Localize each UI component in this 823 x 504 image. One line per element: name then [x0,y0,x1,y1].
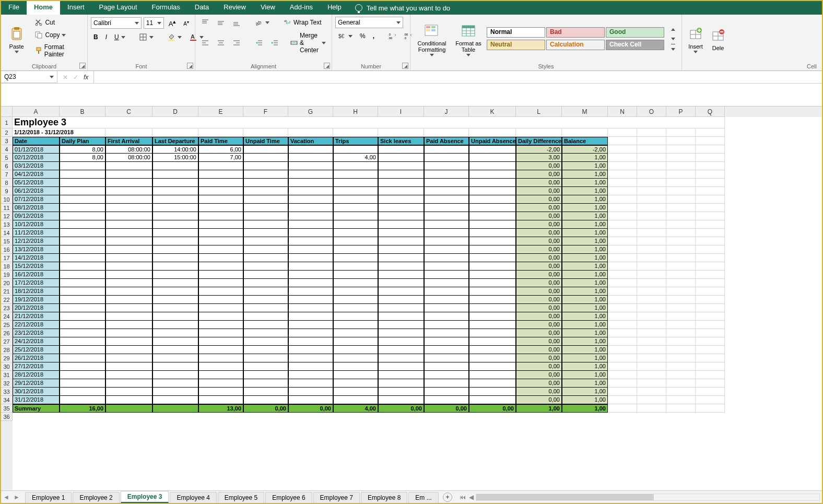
menu-tab-file[interactable]: File [1,1,27,15]
cell[interactable]: 1,00 [562,195,608,204]
cell[interactable]: 1,00 [562,304,608,312]
cell[interactable]: 0,00 [516,245,562,254]
row-header[interactable]: 23 [1,304,13,312]
wrap-text-button[interactable]: abWrap Text [280,17,324,28]
cell[interactable] [152,212,198,220]
font-launcher[interactable] [187,63,193,69]
cell[interactable] [198,329,243,337]
cell[interactable] [198,371,243,379]
cell[interactable]: 1,00 [562,279,608,287]
table-header[interactable]: Last Departure [152,137,198,145]
cell[interactable] [696,271,725,279]
styles-more-button[interactable] [668,42,678,54]
table-header[interactable]: Balance [562,137,608,145]
cell[interactable] [637,179,666,187]
cell[interactable]: 1,00 [562,154,608,162]
table-header[interactable]: Paid Absence [424,137,469,145]
cell[interactable] [424,271,469,279]
cell[interactable] [288,245,333,254]
cell[interactable] [333,396,378,404]
cell[interactable] [696,195,725,204]
cell[interactable] [288,354,333,362]
sheet-tab[interactable]: Employee 7 [313,492,360,503]
cell[interactable]: 1,00 [562,271,608,279]
cell[interactable] [288,287,333,296]
cell[interactable] [378,321,424,329]
cell[interactable] [378,145,424,154]
cell[interactable] [243,195,288,204]
increase-decimal-button[interactable]: .0.00 [385,30,399,42]
cell[interactable] [469,212,516,220]
cell[interactable] [608,237,637,245]
sheet-nav-prev[interactable]: ◄ [1,492,11,502]
cell[interactable] [666,145,696,154]
row-header[interactable]: 10 [1,195,13,204]
cell[interactable] [105,337,152,346]
cell[interactable] [333,162,378,170]
cell[interactable] [288,212,333,220]
cell[interactable] [333,296,378,304]
column-header-D[interactable]: D [152,107,198,117]
cell[interactable] [637,404,666,413]
cell[interactable] [105,195,152,204]
cell[interactable] [378,388,424,396]
cell[interactable] [424,346,469,354]
cell[interactable] [378,254,424,262]
cell[interactable] [152,254,198,262]
cell[interactable] [243,237,288,245]
cell[interactable] [469,304,516,312]
cell[interactable]: 0,00 [516,262,562,271]
cell[interactable] [608,321,637,329]
cell[interactable]: 22/12/2018 [13,321,60,329]
cell[interactable] [608,296,637,304]
increase-indent-button[interactable] [268,37,281,49]
cell[interactable] [243,162,288,170]
cell[interactable] [637,220,666,229]
cell[interactable]: 0,00 [516,212,562,220]
menu-tab-view[interactable]: View [253,1,283,15]
sheet-tab[interactable]: Employee 1 [25,492,72,503]
cell[interactable]: 1,00 [562,296,608,304]
column-header-E[interactable]: E [198,107,243,117]
cell[interactable]: 29/12/2018 [13,379,60,388]
cell[interactable] [333,187,378,195]
cell[interactable] [469,296,516,304]
cell[interactable] [469,396,516,404]
style-good[interactable]: Good [606,27,664,38]
cell[interactable]: 1,00 [562,237,608,245]
row-header[interactable]: 30 [1,362,13,371]
cell[interactable]: 1,00 [562,212,608,220]
cell[interactable] [696,154,725,162]
row-header[interactable]: 19 [1,271,13,279]
cell[interactable] [637,337,666,346]
cell[interactable] [608,379,637,388]
cell[interactable] [152,220,198,229]
cell[interactable]: 0,00 [516,396,562,404]
cell[interactable] [666,337,696,346]
cell[interactable]: 25/12/2018 [13,346,60,354]
cell[interactable] [288,195,333,204]
row-header[interactable]: 13 [1,220,13,229]
cell[interactable] [60,362,105,371]
cell[interactable]: 0,00 [516,304,562,312]
cell[interactable] [424,279,469,287]
cell[interactable] [696,179,725,187]
cell[interactable] [666,262,696,271]
cell[interactable] [152,362,198,371]
cell[interactable] [60,396,105,404]
sheet-nav-next[interactable]: ► [11,492,22,502]
style-check-cell[interactable]: Check Cell [606,40,664,50]
menu-tab-insert[interactable]: Insert [60,1,92,15]
cell[interactable] [666,195,696,204]
cell[interactable] [696,346,725,354]
cell[interactable] [469,262,516,271]
table-header[interactable]: Paid Time [198,137,243,145]
cell[interactable] [666,229,696,237]
cell[interactable] [608,212,637,220]
cell[interactable] [637,195,666,204]
cell[interactable]: 26/12/2018 [13,354,60,362]
cell[interactable] [608,271,637,279]
cell[interactable] [608,312,637,321]
cell[interactable] [378,379,424,388]
cell[interactable] [666,237,696,245]
